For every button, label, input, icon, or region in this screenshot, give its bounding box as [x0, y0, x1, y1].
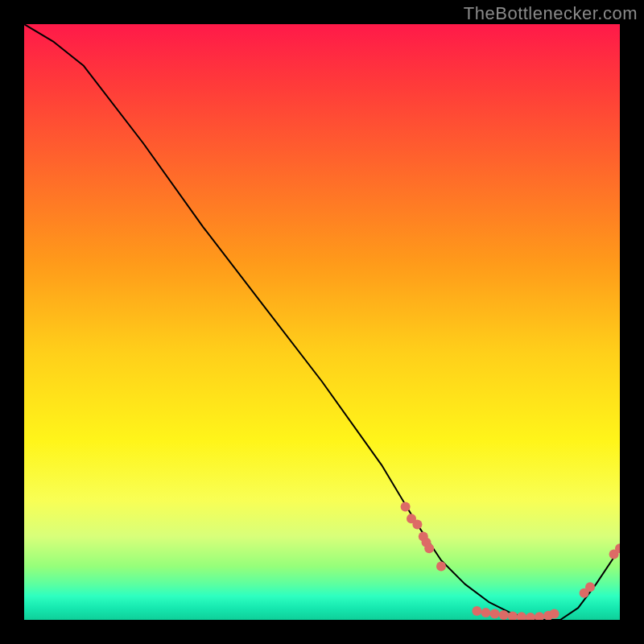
- chart-frame: TheBottlenecker.com: [0, 0, 644, 644]
- data-point: [585, 582, 595, 592]
- data-point: [490, 609, 500, 619]
- data-point: [499, 610, 509, 620]
- chart-svg: [24, 24, 620, 620]
- data-point: [481, 608, 491, 617]
- data-point: [550, 609, 559, 619]
- data-point: [472, 606, 481, 616]
- line-series: [24, 24, 620, 620]
- markers: [401, 502, 620, 620]
- data-point: [401, 502, 411, 511]
- data-point: [517, 612, 526, 620]
- data-point: [424, 543, 434, 553]
- data-point: [526, 613, 535, 620]
- data-point: [412, 520, 422, 530]
- data-point: [436, 561, 446, 571]
- watermark-text: TheBottlenecker.com: [464, 3, 638, 24]
- plot-area: [24, 24, 620, 620]
- data-point: [535, 612, 544, 620]
